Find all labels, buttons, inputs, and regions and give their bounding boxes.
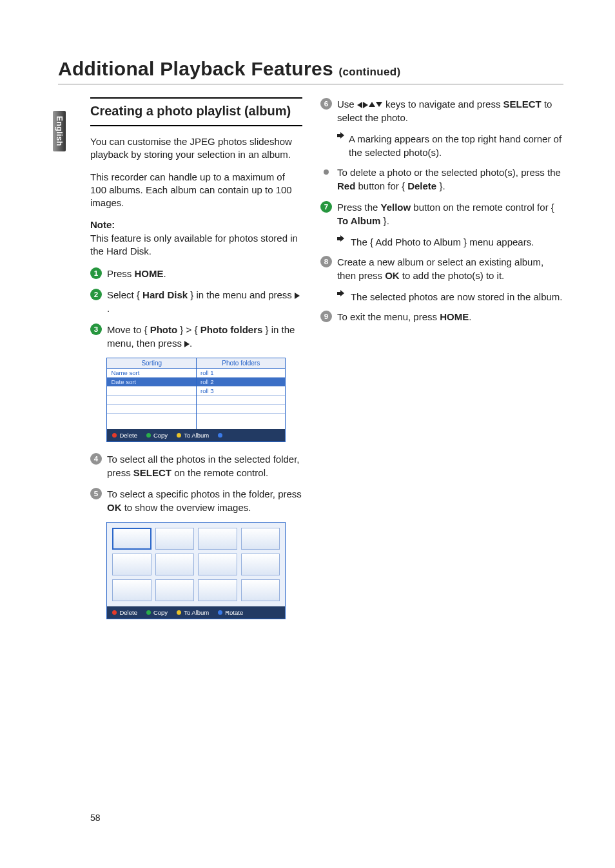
bullet-delete: To delete a photo or the selected photo(… [320, 166, 563, 193]
step-number-icon: 4 [90, 453, 102, 465]
dot-green-icon [146, 610, 151, 615]
thumbnail [112, 554, 151, 575]
step-number-icon: 6 [320, 98, 332, 110]
section-heading: Creating a photo playlist (album) [90, 103, 302, 119]
step-number-icon: 7 [320, 201, 332, 213]
step-2: 2 Select { Hard Disk } in the menu and p… [90, 288, 302, 315]
step-number-icon: 2 [90, 289, 102, 300]
result-arrow-icon [337, 235, 344, 242]
step-7: 7 Press the Yellow button on the remote … [320, 200, 563, 227]
dot-yellow-icon [177, 433, 181, 438]
thumbnail [112, 579, 151, 601]
step-5: 5 To select a specific photos in the fol… [90, 487, 302, 514]
step-4: 4 To select all the photos in the select… [90, 452, 302, 479]
folders-header: Photo folders [197, 358, 286, 369]
sorting-header: Sorting [107, 358, 196, 369]
step-9: 9 To exit the menu, press HOME. [320, 310, 563, 323]
screenshot-thumbnails: Delete Copy To Album Rotate [106, 522, 286, 619]
folder-item: roll 3 [197, 387, 286, 396]
thumbnail [241, 579, 280, 601]
result-arrow-icon [337, 290, 344, 296]
note-label: Note: [90, 218, 302, 231]
thumbnail [155, 528, 195, 550]
title-rule [58, 84, 563, 84]
sort-option: Name sort [107, 369, 196, 378]
step-3: 3 Move to { Photo } > { Photo folders } … [90, 323, 302, 350]
note-para: Note: This feature is only available for… [90, 218, 302, 258]
thumbnail [198, 579, 237, 601]
step-number-icon: 8 [320, 256, 332, 267]
thumbnail [241, 554, 280, 575]
thumbnail-selected [112, 528, 151, 550]
screenshot-photo-folders: Sorting Name sort Date sort . . . . Phot… [106, 358, 286, 442]
step-number-icon: 5 [90, 488, 102, 499]
folder-item: roll 1 [197, 369, 286, 378]
side-tab: English [53, 111, 66, 151]
screenshot-footer: Delete Copy To Album Rotate [107, 606, 285, 619]
play-right-icon [184, 341, 190, 347]
thumbnail [155, 579, 195, 601]
nav-arrows-icon [357, 102, 383, 108]
thumbnail [198, 528, 237, 550]
section-heading-block: Creating a photo playlist (album) [90, 97, 302, 126]
title-continued: (continued) [339, 66, 401, 78]
intro-para-2: This recorder can handle up to a maximum… [90, 171, 302, 210]
dot-green-icon [146, 433, 151, 438]
play-right-icon [295, 293, 300, 299]
page-title: Additional Playback Features (continued) [58, 58, 563, 80]
intro-para-1: You can customise the JPEG photos slides… [90, 135, 302, 162]
step-number-icon: 3 [90, 323, 102, 335]
screenshot-footer: Delete Copy To Album [107, 429, 285, 441]
dot-blue-icon [218, 433, 222, 438]
folder-item-selected: roll 2 [197, 378, 286, 387]
step-6: 6 Use keys to navigate and press SELECT … [320, 97, 563, 124]
step-number-icon: 1 [90, 267, 102, 279]
dot-red-icon [112, 610, 117, 615]
step-8-result: The selected photos are now stored in th… [320, 290, 563, 304]
dot-yellow-icon [177, 610, 181, 615]
thumbnail [198, 554, 237, 575]
dot-red-icon [112, 433, 117, 438]
step-7-result: The { Add Photo to Album } menu appears. [320, 235, 563, 249]
step-8: 8 Create a new album or select an existi… [320, 255, 563, 282]
step-6-result: A marking appears on the top right hand … [320, 132, 563, 159]
step-number-icon: 9 [320, 311, 332, 322]
thumbnail [155, 554, 195, 575]
title-main: Additional Playback Features [58, 58, 339, 79]
result-arrow-icon [337, 132, 342, 139]
thumbnail [241, 528, 280, 550]
note-body: This feature is only available for photo… [90, 233, 298, 256]
dot-blue-icon [218, 610, 222, 615]
step-1: 1 Press HOME. [90, 267, 302, 280]
sort-option-selected: Date sort [107, 378, 196, 387]
page-number: 58 [90, 813, 101, 823]
bullet-icon [324, 169, 329, 175]
